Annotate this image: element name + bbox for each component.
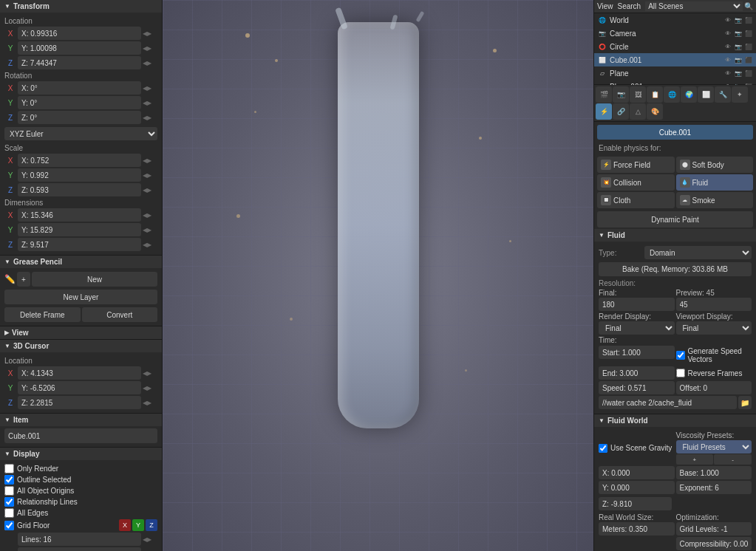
dim-y-input[interactable] <box>18 223 141 236</box>
exponent-input[interactable] <box>676 481 752 494</box>
render-vis-icon[interactable]: ⬛ <box>744 29 753 38</box>
constraints-btn[interactable]: 🔗 <box>613 103 629 120</box>
rot-z-input[interactable] <box>18 111 141 124</box>
scale-x-input[interactable] <box>18 154 141 167</box>
view-layer-btn[interactable]: 📋 <box>647 86 663 103</box>
viewport[interactable] <box>163 0 593 551</box>
rel-lines-check[interactable] <box>4 497 14 507</box>
scene-icon-btn[interactable]: 🎬 <box>596 86 612 103</box>
loc-z-arrow[interactable]: ◀▶ <box>143 60 157 66</box>
view-menu[interactable]: View <box>597 2 613 10</box>
cache-path-input[interactable] <box>599 396 737 409</box>
loc-z-input[interactable] <box>18 56 141 69</box>
cursor-y-arrow[interactable]: ◀▶ <box>143 385 157 391</box>
reverse-frames-check[interactable] <box>676 369 685 377</box>
dim-z-input[interactable] <box>18 238 141 251</box>
grid-y-toggle[interactable]: Y <box>132 519 144 531</box>
cursor-z-arrow[interactable]: ◀▶ <box>143 400 157 406</box>
item-header[interactable]: ▼ Item <box>0 414 162 426</box>
grav-z-input[interactable] <box>599 497 672 510</box>
render-display-select[interactable]: Final <box>599 321 675 335</box>
only-render-check[interactable] <box>4 464 14 473</box>
lines-arrow[interactable]: ◀▶ <box>143 536 157 543</box>
loc-y-arrow[interactable]: ◀▶ <box>143 45 157 52</box>
gen-speed-check[interactable] <box>676 351 685 360</box>
outliner-item-cube001[interactable]: ⬜ Cube.001 👁 📷 ⬛ <box>594 53 756 66</box>
soft-body-btn[interactable]: ⬤ Soft Body <box>676 157 754 173</box>
gp-add-button[interactable]: + <box>17 272 30 287</box>
eye-icon[interactable]: 👁 <box>723 16 732 24</box>
grid-x-toggle[interactable]: X <box>119 519 131 531</box>
grid-z-toggle[interactable]: Z <box>146 519 157 531</box>
render-vis-icon[interactable]: ⬛ <box>744 16 753 24</box>
all-origins-check[interactable] <box>4 486 14 496</box>
outliner-search-icon[interactable]: 🔍 <box>744 2 753 10</box>
viewport-display-select[interactable]: Final <box>676 321 752 335</box>
rot-z-arrow[interactable]: ◀▶ <box>143 114 157 121</box>
grav-x-input[interactable] <box>599 466 675 479</box>
bake-button[interactable]: Bake (Req. Memory: 303.86 MB <box>599 262 752 276</box>
grid-floor-check[interactable] <box>4 521 14 530</box>
eye-icon[interactable]: 👁 <box>723 55 732 64</box>
cursor-x-input[interactable] <box>18 366 141 380</box>
cursor-z-input[interactable] <box>18 396 141 409</box>
fluid-world-header[interactable]: ▼ Fluid World <box>594 414 756 427</box>
visc-presets-select[interactable]: Fluid Presets <box>676 440 752 454</box>
grease-pencil-header[interactable]: ▼ Grease Pencil <box>0 256 162 268</box>
outliner-item-circle[interactable]: ⭕ Circle 👁 📷 ⬛ <box>594 40 756 53</box>
world-btn[interactable]: 🌍 <box>681 86 697 103</box>
lines-input[interactable] <box>18 533 141 546</box>
outline-check[interactable] <box>4 475 14 485</box>
loc-y-input[interactable] <box>18 41 141 55</box>
output-icon-btn[interactable]: 🖼 <box>630 86 646 103</box>
physics-btn[interactable]: ⚡ <box>596 103 612 120</box>
offset-input[interactable] <box>676 381 752 394</box>
rot-y-input[interactable] <box>18 96 141 109</box>
item-name-field[interactable] <box>4 428 157 443</box>
force-field-btn[interactable]: ⚡ Force Field <box>597 157 675 173</box>
camera-vis-icon[interactable]: 📷 <box>734 42 743 51</box>
rot-y-arrow[interactable]: ◀▶ <box>143 100 157 106</box>
rot-x-arrow[interactable]: ◀▶ <box>143 85 157 92</box>
dim-x-input[interactable] <box>18 208 141 222</box>
rot-x-input[interactable] <box>18 81 141 95</box>
all-edges-check[interactable] <box>4 508 14 518</box>
scenes-select[interactable]: All Scenes <box>645 1 743 11</box>
start-input[interactable] <box>599 346 675 359</box>
eye-icon[interactable]: 👁 <box>723 42 732 51</box>
view-header[interactable]: ▶ View <box>0 326 162 339</box>
outliner-item-camera[interactable]: 📷 Camera 👁 📷 ⬛ <box>594 27 756 40</box>
particles-btn[interactable]: ✦ <box>732 86 748 103</box>
cursor-y-input[interactable] <box>18 381 141 394</box>
search-label[interactable]: Search <box>618 2 641 10</box>
render-icon-btn[interactable]: 📷 <box>613 86 629 103</box>
outliner-item-plane[interactable]: ▱ Plane 👁 📷 ⬛ <box>594 66 756 80</box>
compressibility-input[interactable] <box>676 537 752 550</box>
gp-new-button[interactable]: New <box>32 272 157 287</box>
meters-input[interactable] <box>599 522 675 535</box>
scale-y-input[interactable] <box>18 168 141 182</box>
visc-add-btn[interactable]: + <box>676 454 714 465</box>
fluid-btn[interactable]: 💧 Fluid <box>676 174 754 191</box>
scale-z-arrow[interactable]: ◀▶ <box>143 187 157 194</box>
final-input[interactable] <box>599 298 675 311</box>
camera-vis-icon[interactable]: 📷 <box>734 29 743 38</box>
eye-icon[interactable]: 👁 <box>723 69 732 78</box>
fluid-type-select[interactable]: Domain <box>644 246 752 259</box>
speed-input[interactable] <box>599 381 675 394</box>
rotation-mode-select[interactable]: XYZ Euler <box>4 127 157 140</box>
scale-x-arrow[interactable]: ◀▶ <box>143 157 157 164</box>
loc-x-arrow[interactable]: ◀▶ <box>143 30 157 37</box>
display-header[interactable]: ▼ Display <box>0 448 162 460</box>
base-input[interactable] <box>676 466 752 479</box>
scale-display-input[interactable] <box>18 547 141 551</box>
scene-props-btn[interactable]: 🌐 <box>664 86 680 103</box>
cloth-btn[interactable]: 🔲 Cloth <box>597 192 675 208</box>
cache-path-btn[interactable]: 📁 <box>738 396 752 409</box>
grid-levels-input[interactable] <box>676 522 752 535</box>
render-vis-icon[interactable]: ⬛ <box>744 69 753 78</box>
render-vis-icon[interactable]: ⬛ <box>744 55 753 64</box>
material-btn[interactable]: 🎨 <box>647 103 663 120</box>
outliner-item-world[interactable]: 🌐 World 👁 📷 ⬛ <box>594 13 756 27</box>
collision-btn[interactable]: 💥 Collision <box>597 174 675 191</box>
